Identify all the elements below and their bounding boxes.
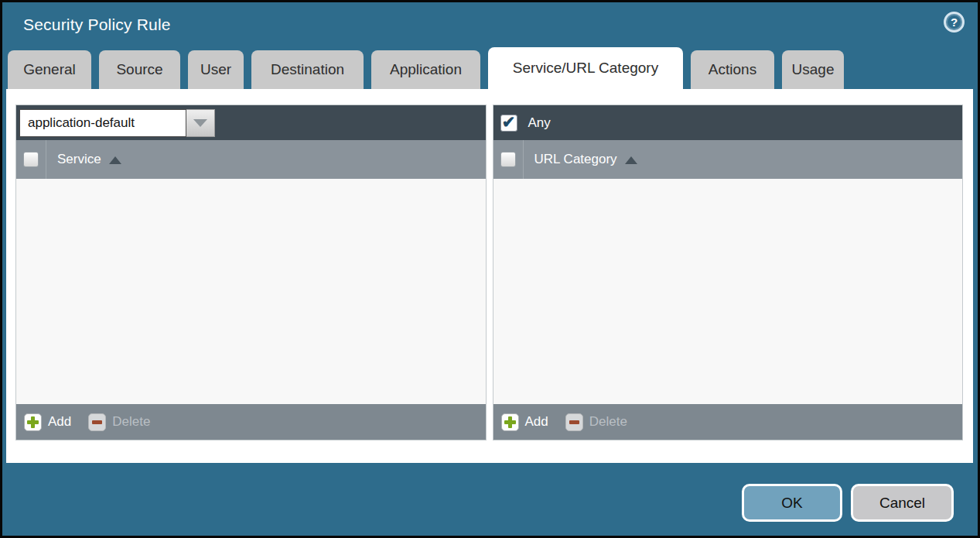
add-button-label: Add [525,414,548,430]
cancel-button[interactable]: Cancel [851,484,954,522]
url-delete-button[interactable]: Delete [565,413,627,431]
service-column-header[interactable]: Service [57,152,101,167]
check-icon: ✔ [502,114,516,130]
tab-label: Actions [709,61,756,78]
service-url-panels: application-default Service [15,105,963,440]
tab-actions[interactable]: Actions [691,50,774,89]
tab-general[interactable]: General [8,50,91,89]
tab-label: User [200,61,231,78]
tab-label: Service/URL Category [513,60,658,77]
url-select-all-column [493,140,524,179]
service-type-dropdown[interactable]: application-default [19,109,215,137]
tab-bar: General Source User Destination Applicat… [8,50,844,89]
dialog-action-buttons: OK Cancel [742,484,954,522]
url-toolbar: Add Delete [493,404,963,440]
service-table-header: Service [16,140,486,179]
url-category-panel: ✔ Any URL Category [493,105,964,440]
service-add-button[interactable]: Add [24,413,71,431]
url-table-header: URL Category [493,140,963,179]
url-table-body[interactable] [493,179,963,404]
ok-button[interactable]: OK [742,484,842,522]
url-any-bar: ✔ Any [493,105,963,140]
service-delete-button[interactable]: Delete [88,413,150,431]
any-label: Any [528,115,551,131]
sort-ascending-icon[interactable] [625,156,637,164]
service-type-dropdown-value[interactable]: application-default [19,109,186,137]
delete-icon [88,413,106,431]
tab-label: Usage [792,61,835,78]
delete-icon [565,413,583,431]
tab-label: Destination [271,61,344,78]
dialog-title: Security Policy Rule [23,15,171,34]
service-toolbar: Add Delete [16,404,486,440]
any-checkbox[interactable]: ✔ [500,115,517,132]
tab-usage[interactable]: Usage [782,50,844,89]
title-bar: Security Policy Rule ? [2,2,978,50]
help-glyph: ? [951,15,958,29]
tab-user[interactable]: User [188,50,244,89]
sort-ascending-icon[interactable] [109,156,121,164]
tab-label: Source [116,61,162,78]
service-panel: application-default Service [15,105,487,440]
service-select-all-checkbox[interactable] [23,152,39,167]
add-icon [24,413,42,431]
delete-button-label: Delete [589,414,627,430]
delete-button-label: Delete [112,414,150,430]
tab-label: General [23,61,76,78]
tab-destination[interactable]: Destination [251,50,364,89]
service-select-all-column [16,140,46,179]
url-add-button[interactable]: Add [501,413,548,431]
service-type-bar: application-default [16,105,486,140]
add-button-label: Add [48,414,71,430]
dropdown-arrow-icon [193,119,207,127]
tab-application[interactable]: Application [371,50,480,89]
tab-content-area: application-default Service [6,89,973,463]
url-select-all-checkbox[interactable] [500,152,516,167]
tab-service-url-category[interactable]: Service/URL Category [488,47,683,89]
service-type-dropdown-button[interactable] [186,109,215,137]
security-policy-rule-dialog: Security Policy Rule ? General Source Us… [0,0,980,538]
url-category-column-header[interactable]: URL Category [534,152,617,167]
tab-source[interactable]: Source [99,50,180,89]
service-table-body[interactable] [16,179,486,404]
help-icon[interactable]: ? [944,12,965,33]
tab-label: Application [390,61,462,78]
add-icon [501,413,519,431]
